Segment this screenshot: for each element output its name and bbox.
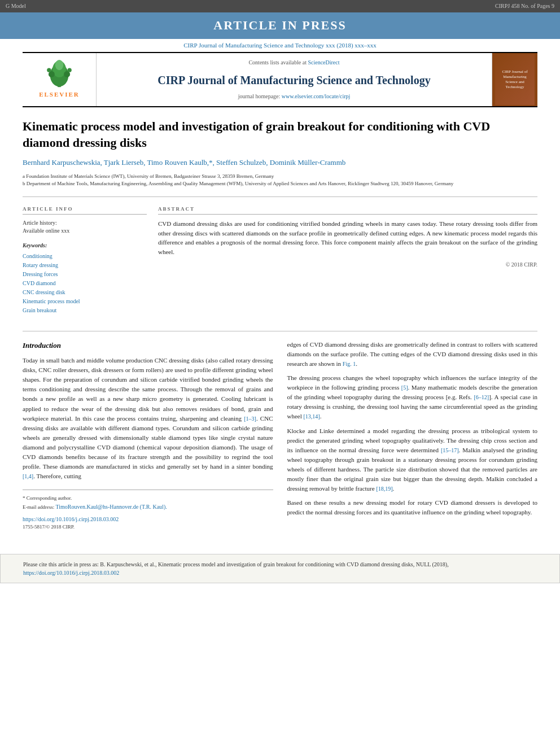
article-history: Article history: Available online xxx xyxy=(23,219,147,235)
right-p4: Based on these results a new dressing mo… xyxy=(287,498,538,517)
article-meta-section: ARTICLE INFO Article history: Available … xyxy=(23,206,537,320)
corresponding-note: * Corresponding author. xyxy=(23,495,273,503)
abstract-text: CVD diamond dressing disks are used for … xyxy=(158,219,537,256)
affiliation-b: b Department of Machine Tools, Manufactu… xyxy=(23,180,537,188)
sciencedirect-link[interactable]: ScienceDirect xyxy=(308,59,339,65)
article-info-label: ARTICLE INFO xyxy=(23,206,147,215)
abstract-col: ABSTRACT CVD diamond dressing disks are … xyxy=(158,206,537,320)
svg-point-7 xyxy=(68,68,72,72)
ref-1-3[interactable]: [1–3] xyxy=(244,416,256,422)
keywords-label: Keywords: xyxy=(23,242,147,250)
doi-url[interactable]: https://doi.org/10.1016/j.cirpj.2018.03.… xyxy=(23,516,119,522)
fig1-link[interactable]: Fig. 1 xyxy=(343,361,356,367)
issn-line: 1755-5817/© 2018 CIRP. xyxy=(23,523,273,531)
journal-thumbnail: CIRP Journal of Manufacturing Science an… xyxy=(495,54,535,105)
homepage-line: journal homepage: www.elsevier.com/locat… xyxy=(238,93,351,101)
ref-15-17[interactable]: [15–17] xyxy=(441,447,459,453)
right-p2: The dressing process changes the wheel t… xyxy=(287,373,538,421)
elsevier-wordmark: ELSEVIER xyxy=(39,90,80,99)
elsevier-tree-icon xyxy=(42,60,76,88)
article-info-col: ARTICLE INFO Article history: Available … xyxy=(23,206,147,320)
intro-title: Introduction xyxy=(23,340,273,351)
contents-line: Contents lists available at ScienceDirec… xyxy=(248,59,339,67)
authors: Bernhard Karpuschewskia, Tjark Lierseb, … xyxy=(23,158,537,168)
journal-header: ELSEVIER Contents lists available at Sci… xyxy=(23,52,537,107)
article-title: Kinematic process model and investigatio… xyxy=(23,119,537,151)
keyword-cvd: CVD diamond xyxy=(23,279,147,288)
svg-point-3 xyxy=(55,60,64,70)
affiliation-a: a Foundation Institute of Materials Scie… xyxy=(23,173,537,181)
email-link[interactable]: TimoRouven.Kaul@hs-Hannover.de (T.R. Kau… xyxy=(55,504,167,510)
keyword-rotary: Rotary dressing xyxy=(23,261,147,270)
body-col-right: edges of CVD diamond dressing disks are … xyxy=(287,340,538,531)
journal-link-bar: CIRP Journal of Manufacturing Science an… xyxy=(0,39,560,52)
divider-2 xyxy=(23,331,537,331)
journal-link[interactable]: CIRP Journal of Manufacturing Science an… xyxy=(183,42,377,49)
body-section: Introduction Today in small batch and mi… xyxy=(23,340,537,531)
ref-1-4[interactable]: [1,4] xyxy=(23,473,33,479)
article-in-press-bar: ARTICLE IN PRESS xyxy=(0,12,560,39)
cirpj-label: CIRPJ 458 No. of Pages 9 xyxy=(495,2,554,10)
citation-text: Please cite this article in press as: B.… xyxy=(23,561,449,567)
top-banner: G Model CIRPJ 458 No. of Pages 9 xyxy=(0,0,560,12)
keyword-dressing: Dressing forces xyxy=(23,270,147,279)
ref-18-19[interactable]: [18,19] xyxy=(376,486,392,492)
citation-doi[interactable]: https://doi.org/10.1016/j.cirpj.2018.03.… xyxy=(23,570,119,576)
affiliations: a Foundation Institute of Materials Scie… xyxy=(23,173,537,188)
keyword-conditioning: Conditioning xyxy=(23,252,147,261)
journal-name: CIRP Journal of Manufacturing Science an… xyxy=(158,72,430,88)
ref-13-14[interactable]: [13,14] xyxy=(304,413,320,420)
email-note: E-mail address: TimoRouven.Kaul@hs-Hanno… xyxy=(23,503,273,512)
svg-point-6 xyxy=(47,68,51,72)
journal-header-center: Contents lists available at ScienceDirec… xyxy=(96,53,492,106)
ref-5[interactable]: [5] xyxy=(401,385,408,391)
main-content: Kinematic process model and investigatio… xyxy=(0,107,560,543)
right-p3: Klocke and Linke determined a model rega… xyxy=(287,426,538,493)
ref-6-12[interactable]: [6–12] xyxy=(474,394,489,400)
elsevier-logo: ELSEVIER xyxy=(39,60,80,99)
abstract-label: ABSTRACT xyxy=(158,206,537,215)
homepage-url[interactable]: www.elsevier.com/locate/cirpj xyxy=(282,93,351,99)
journal-header-logo: ELSEVIER xyxy=(23,53,96,106)
keyword-kinematic: Kinematic process model xyxy=(23,297,147,306)
keywords-section: Keywords: Conditioning Rotary dressing D… xyxy=(23,242,147,315)
intro-p1: Today in small batch and middle volume p… xyxy=(23,356,273,481)
copyright-line: © 2018 CIRP. xyxy=(158,261,537,269)
body-col-left: Introduction Today in small batch and mi… xyxy=(23,340,273,531)
bottom-citation: Please cite this article in press as: B.… xyxy=(0,554,560,583)
page: G Model CIRPJ 458 No. of Pages 9 ARTICLE… xyxy=(0,0,560,747)
keyword-grain: Grain breakout xyxy=(23,306,147,315)
right-p1: edges of CVD diamond dressing disks are … xyxy=(287,340,538,369)
footnote-area: * Corresponding author. E-mail address: … xyxy=(23,490,273,531)
journal-header-right: CIRP Journal of Manufacturing Science an… xyxy=(492,53,537,106)
keyword-cnc: CNC dressing disk xyxy=(23,288,147,297)
divider-1 xyxy=(23,196,537,197)
doi-link: https://doi.org/10.1016/j.cirpj.2018.03.… xyxy=(23,515,273,524)
g-model-label: G Model xyxy=(6,2,26,10)
